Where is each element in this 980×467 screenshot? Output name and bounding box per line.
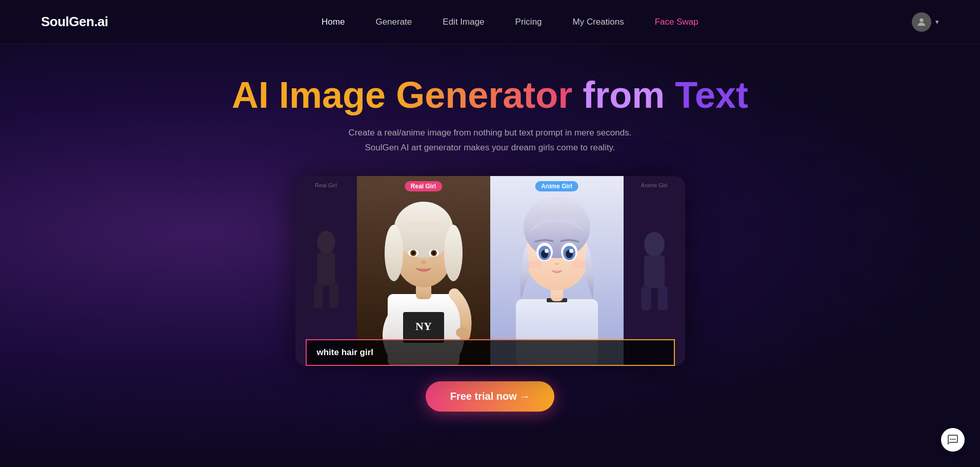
nav-item-edit-image[interactable]: Edit Image (443, 17, 484, 27)
anime-girl-image: Anime Girl (490, 176, 624, 366)
svg-text:NY: NY (415, 320, 432, 333)
showcase-container: Real Girl Real Girl (295, 176, 685, 366)
nav-item-face-swap[interactable]: Face Swap (655, 17, 698, 27)
svg-point-23 (456, 327, 468, 338)
nav-link-face-swap[interactable]: Face Swap (655, 17, 698, 27)
nav-link-pricing[interactable]: Pricing (515, 17, 542, 27)
avatar[interactable] (912, 12, 931, 32)
svg-point-15 (444, 225, 463, 281)
svg-point-22 (421, 261, 426, 264)
nav-link-generate[interactable]: Generate (375, 17, 412, 27)
prompt-text: white hair girl (317, 347, 664, 358)
svg-point-0 (919, 18, 923, 22)
svg-point-44 (950, 439, 952, 440)
svg-point-40 (644, 232, 665, 257)
title-text: Text (675, 74, 748, 115)
svg-point-39 (571, 260, 586, 268)
svg-rect-2 (317, 252, 335, 285)
navbar: SoulGen.ai Home Generate Edit Image Pric… (0, 0, 980, 44)
hero-title: AI Image Generator from Text (232, 75, 748, 115)
svg-rect-4 (329, 283, 338, 308)
title-from: from (583, 74, 675, 115)
nav-right: ▾ (912, 12, 939, 32)
title-ai: AI (232, 74, 279, 115)
title-generator: Generator (396, 74, 583, 115)
svg-point-37 (569, 249, 573, 253)
main-images: Real Girl (357, 176, 624, 366)
svg-point-1 (317, 231, 335, 254)
svg-point-45 (952, 439, 954, 440)
svg-point-21 (432, 251, 435, 255)
prompt-input-wrapper[interactable]: white hair girl (306, 339, 675, 366)
logo[interactable]: SoulGen.ai (41, 14, 108, 30)
anime-girl-badge: Anime Girl (535, 181, 578, 191)
side-image-right: Anime Girl (624, 176, 685, 366)
nav-item-home[interactable]: Home (322, 17, 345, 27)
chat-widget[interactable] (941, 428, 965, 452)
free-trial-button[interactable]: Free trial now → (426, 381, 555, 412)
hero-subtitle: Create a real/anime image from nothing b… (349, 126, 632, 155)
nav-link-edit-image[interactable]: Edit Image (443, 17, 484, 27)
prompt-bar[interactable]: white hair girl (295, 339, 685, 366)
showcase-inner: Real Girl Real Girl (295, 176, 685, 366)
side-label-real: Real Girl (315, 182, 337, 188)
real-girl-image: Real Girl (357, 176, 490, 366)
nav-link-home[interactable]: Home (322, 17, 345, 27)
svg-rect-3 (314, 283, 323, 308)
hero-section: AI Image Generator from Text Create a re… (0, 44, 980, 432)
nav-item-my-creations[interactable]: My Creations (573, 17, 624, 27)
side-image-left: Real Girl (295, 176, 357, 366)
svg-rect-42 (641, 286, 651, 310)
svg-point-46 (954, 439, 956, 440)
svg-point-36 (545, 249, 549, 253)
nav-item-pricing[interactable]: Pricing (515, 17, 542, 27)
side-label-anime: Anime Girl (641, 182, 667, 188)
nav-link-my-creations[interactable]: My Creations (573, 17, 624, 27)
svg-rect-41 (644, 256, 665, 288)
title-image: Image (279, 74, 396, 115)
svg-point-14 (385, 225, 403, 281)
dropdown-arrow-icon[interactable]: ▾ (935, 18, 939, 26)
nav-item-generate[interactable]: Generate (375, 17, 412, 27)
svg-point-20 (412, 251, 415, 255)
real-girl-badge: Real Girl (405, 181, 442, 191)
nav-links: Home Generate Edit Image Pricing My Crea… (322, 17, 698, 27)
svg-point-38 (528, 260, 543, 268)
svg-rect-43 (657, 286, 667, 310)
